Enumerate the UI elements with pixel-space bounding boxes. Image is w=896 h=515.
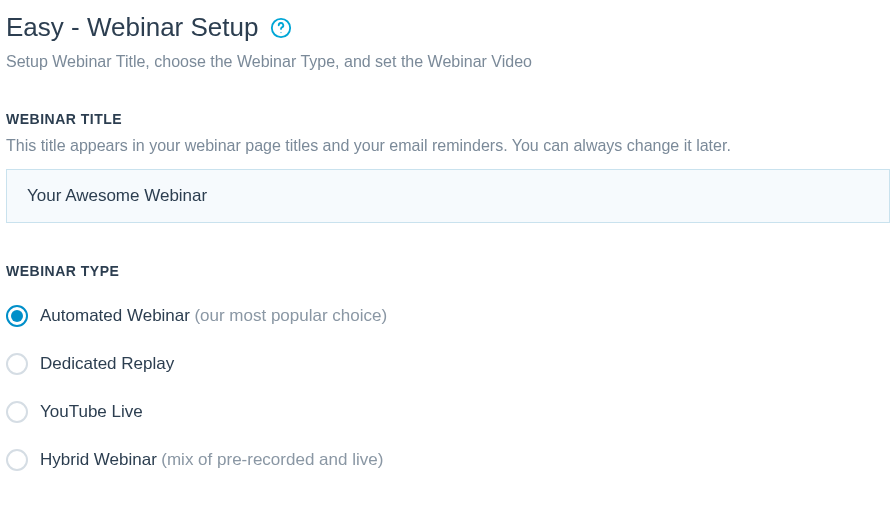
radio-automated-webinar[interactable]: Automated Webinar (our most popular choi… [6,305,890,327]
radio-dedicated-replay[interactable]: Dedicated Replay [6,353,890,375]
radio-hint: (mix of pre-recorded and live) [161,450,383,469]
radio-hybrid-webinar[interactable]: Hybrid Webinar (mix of pre-recorded and … [6,449,890,471]
radio-hint: (our most popular choice) [194,306,387,325]
webinar-type-section: WEBINAR TYPE Automated Webinar (our most… [6,263,890,471]
webinar-type-label: WEBINAR TYPE [6,263,890,279]
radio-label: Automated Webinar [40,306,190,325]
page-subtitle: Setup Webinar Title, choose the Webinar … [6,53,890,71]
webinar-title-label: WEBINAR TITLE [6,111,890,127]
radio-button-icon [6,401,28,423]
radio-button-icon [6,353,28,375]
webinar-title-input[interactable] [6,169,890,223]
radio-button-icon [6,305,28,327]
help-icon[interactable] [270,17,292,39]
radio-button-icon [6,449,28,471]
radio-label: YouTube Live [40,402,143,421]
svg-point-1 [281,32,282,33]
radio-label: Hybrid Webinar [40,450,157,469]
webinar-title-help: This title appears in your webinar page … [6,137,890,155]
radio-youtube-live[interactable]: YouTube Live [6,401,890,423]
webinar-title-section: WEBINAR TITLE This title appears in your… [6,111,890,223]
radio-label: Dedicated Replay [40,354,174,373]
page-title: Easy - Webinar Setup [6,12,258,43]
